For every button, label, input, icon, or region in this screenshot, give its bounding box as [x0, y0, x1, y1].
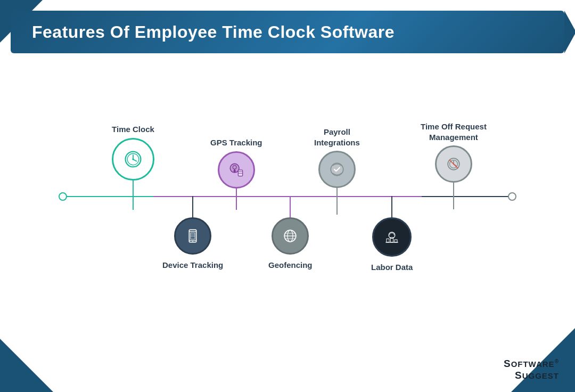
timeoff-icon [446, 156, 462, 172]
svg-point-10 [331, 163, 343, 175]
page-title: Features Of Employee Time Clock Software [32, 22, 395, 42]
timeline-end-right [508, 192, 516, 201]
timeline-end-left [59, 192, 67, 201]
svg-rect-7 [238, 170, 242, 176]
feature-geofencing: Geofencing [268, 196, 313, 271]
time-clock-connector [133, 181, 134, 210]
chart-icon [384, 229, 400, 245]
device-icon-circle [174, 217, 211, 255]
device-icon [185, 228, 201, 244]
feature-labor-data: Labor Data [371, 196, 413, 273]
time-clock-icon-circle [112, 138, 154, 181]
feature-time-clock: Time Clock [112, 124, 154, 210]
gps-icon [228, 162, 244, 178]
logo-line1: SOFTWARE® [504, 358, 559, 370]
feature-device-tracking: Device Tracking [162, 196, 223, 271]
time-off-label: Time Off RequestManagement [421, 121, 487, 142]
geofencing-connector [290, 196, 291, 217]
svg-rect-32 [395, 240, 397, 242]
time-off-icon-circle [435, 145, 472, 183]
device-tracking-label: Device Tracking [162, 260, 223, 271]
payroll-connector [336, 188, 338, 215]
header-banner: Features Of Employee Time Clock Software [11, 11, 564, 53]
device-connector [192, 196, 193, 217]
svg-rect-19 [191, 233, 195, 239]
feature-time-off: Time Off RequestManagement [421, 121, 487, 209]
globe-icon [282, 228, 298, 244]
svg-point-23 [192, 241, 193, 242]
svg-point-4 [132, 158, 134, 160]
geofencing-icon-circle [272, 217, 309, 255]
labor-connector [391, 196, 392, 217]
gps-label: GPS Tracking [210, 137, 262, 148]
logo-line2: SUGGEST [504, 370, 559, 381]
clock-icon [124, 150, 143, 169]
diagram-area: Time Clock GPS Tracking [0, 69, 575, 349]
gps-icon-circle [218, 151, 255, 189]
logo-area: SOFTWARE® SUGGEST [504, 358, 559, 381]
labor-data-label: Labor Data [371, 262, 413, 273]
payroll-label: PayrollIntegrations [314, 127, 360, 148]
labor-icon-circle [372, 217, 412, 257]
time-off-connector [453, 183, 454, 209]
payroll-icon [329, 161, 345, 177]
feature-payroll: PayrollIntegrations [314, 127, 360, 215]
gps-connector [236, 189, 237, 210]
time-clock-label: Time Clock [112, 124, 154, 135]
payroll-icon-circle [318, 151, 356, 188]
geofencing-label: Geofencing [268, 260, 313, 271]
svg-rect-30 [387, 239, 389, 242]
diagram-container: Time Clock GPS Tracking [32, 97, 543, 321]
